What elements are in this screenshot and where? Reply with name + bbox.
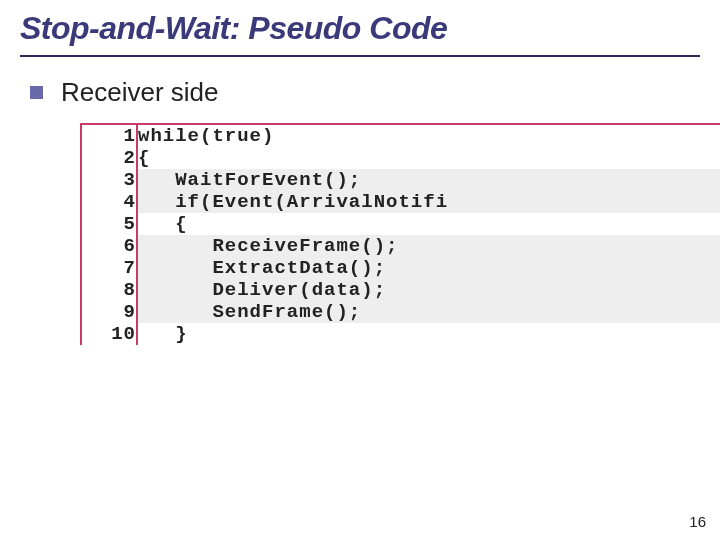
code-line: 8 Deliver(data); — [82, 279, 720, 301]
code-line: 3 WaitForEvent(); — [82, 169, 720, 191]
line-number: 10 — [82, 323, 137, 345]
code-line: 2{ — [82, 147, 720, 169]
code-text: WaitForEvent(); — [137, 169, 720, 191]
square-bullet-icon — [30, 86, 43, 99]
code-line: 9 SendFrame(); — [82, 301, 720, 323]
code-text: while(true) — [137, 125, 720, 147]
line-number: 1 — [82, 125, 137, 147]
bullet-text: Receiver side — [61, 77, 219, 108]
line-number: 3 — [82, 169, 137, 191]
code-text: if(Event(ArrivalNotifi — [137, 191, 720, 213]
code-text: ExtractData(); — [137, 257, 720, 279]
line-number: 8 — [82, 279, 137, 301]
line-number: 4 — [82, 191, 137, 213]
code-line: 5 { — [82, 213, 720, 235]
line-number: 6 — [82, 235, 137, 257]
page-number: 16 — [689, 513, 706, 530]
code-text: Deliver(data); — [137, 279, 720, 301]
line-number: 7 — [82, 257, 137, 279]
code-block: 1while(true)2{3 WaitForEvent();4 if(Even… — [80, 123, 720, 345]
code-text: { — [137, 213, 720, 235]
line-number: 9 — [82, 301, 137, 323]
line-number: 5 — [82, 213, 137, 235]
code-line: 1while(true) — [82, 125, 720, 147]
code-line: 4 if(Event(ArrivalNotifi — [82, 191, 720, 213]
code-line: 10 } — [82, 323, 720, 345]
slide-title: Stop-and-Wait: Pseudo Code — [20, 10, 700, 57]
code-line: 7 ExtractData(); — [82, 257, 720, 279]
code-text: SendFrame(); — [137, 301, 720, 323]
code-line: 6 ReceiveFrame(); — [82, 235, 720, 257]
code-text: { — [137, 147, 720, 169]
code-text: } — [137, 323, 720, 345]
code-table: 1while(true)2{3 WaitForEvent();4 if(Even… — [82, 125, 720, 345]
code-text: ReceiveFrame(); — [137, 235, 720, 257]
bullet-item: Receiver side — [30, 77, 700, 108]
line-number: 2 — [82, 147, 137, 169]
